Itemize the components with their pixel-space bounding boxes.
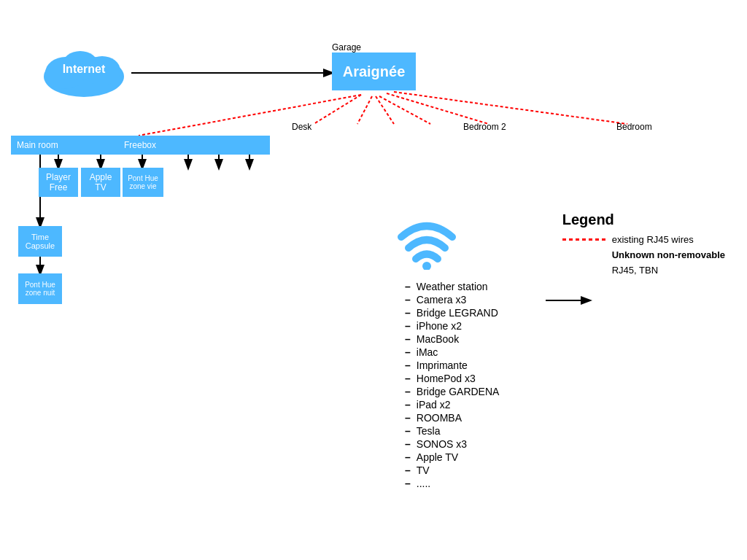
main-freebox-bar: Main room Freebox: [11, 136, 270, 155]
wifi-icon: [394, 211, 460, 273]
bedroom-label: Bedroom: [616, 122, 652, 132]
device-list-item: HomePod x3: [405, 373, 499, 384]
device-list-item: Tesla: [405, 425, 499, 437]
device-list-item: .....: [405, 478, 499, 489]
time-capsule-node: Time Capsule: [18, 226, 62, 257]
device-list-item: iMac: [405, 346, 499, 358]
svg-line-5: [379, 96, 430, 124]
desk-label: Desk: [292, 122, 311, 132]
svg-point-20: [62, 51, 98, 80]
device-list-item: Apple TV: [405, 451, 499, 463]
device-list-item: iPhone x2: [405, 320, 499, 332]
svg-line-1: [139, 95, 361, 136]
legend: Legend existing RJ45 wires Unknown non-r…: [562, 211, 725, 280]
device-list-item: Weather station: [405, 281, 499, 292]
legend-rj45-tbn: RJ45, TBN: [562, 265, 725, 276]
svg-line-6: [387, 93, 489, 124]
device-list-item: Camera x3: [405, 294, 499, 306]
bedroom2-label: Bedroom 2: [463, 122, 506, 132]
device-list-item: MacBook: [405, 333, 499, 345]
device-list-item: SONOS x3: [405, 438, 499, 450]
pont-hue-nuit-node: Pont Hue zone nuit: [18, 273, 62, 304]
svg-line-2: [314, 95, 361, 124]
araignee-node: Araignée: [332, 52, 416, 90]
garage-label: Garage: [332, 42, 361, 52]
player-free-node: Player Free: [39, 168, 78, 197]
device-list: Weather stationCamera x3Bridge LEGRANDiP…: [405, 281, 499, 491]
svg-line-4: [376, 96, 394, 124]
internet-cloud: Internet: [40, 40, 128, 98]
svg-point-21: [422, 262, 431, 270]
legend-existing-rj45: existing RJ45 wires: [562, 234, 725, 245]
device-list-item: ROOMBA: [405, 412, 499, 424]
legend-unknown: Unknown non-removable: [562, 249, 725, 260]
device-list-item: Imprimante: [405, 359, 499, 371]
apple-tv-node: Apple TV: [81, 168, 120, 197]
svg-line-7: [394, 92, 627, 124]
svg-line-3: [357, 96, 372, 124]
device-list-item: Bridge GARDENA: [405, 386, 499, 397]
device-list-item: iPad x2: [405, 399, 499, 411]
pont-hue-vie-node: Pont Hue zone vie: [123, 168, 163, 197]
device-list-item: Bridge LEGRAND: [405, 307, 499, 319]
device-list-item: TV: [405, 464, 499, 476]
